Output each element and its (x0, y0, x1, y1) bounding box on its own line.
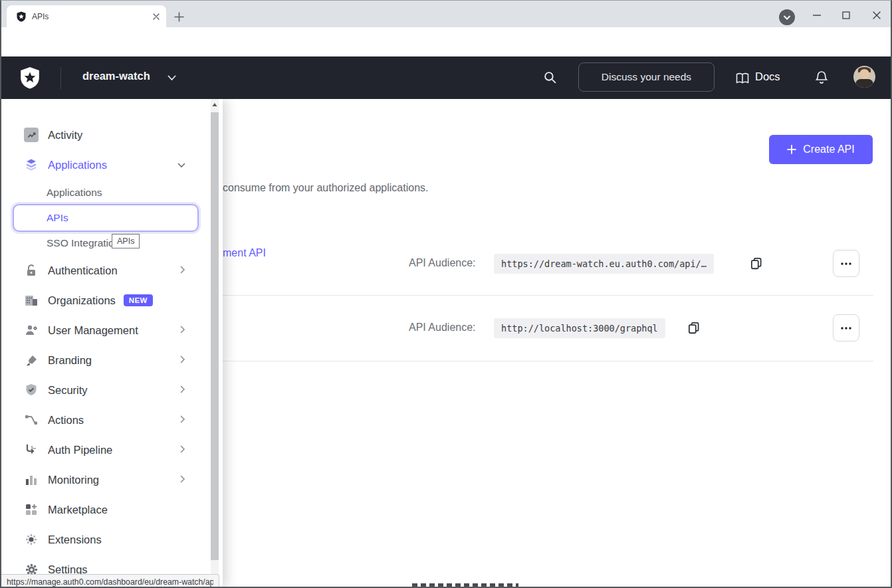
chevron-down-icon (177, 159, 185, 171)
sidebar-item-security[interactable]: Security (1, 375, 211, 405)
status-url: https://manage.auth0.com/dashboard/eu/dr… (7, 577, 213, 587)
auth0-favicon (16, 11, 27, 22)
sidebar-subitem-applications[interactable]: Applications (1, 181, 211, 205)
media-controls-icon[interactable] (779, 9, 795, 25)
api-name-link[interactable]: ment API (223, 247, 266, 259)
window-maximize-icon[interactable] (841, 10, 851, 21)
chevron-right-icon (180, 384, 185, 396)
shield-check-icon (24, 383, 39, 397)
copy-icon[interactable] (749, 256, 764, 270)
browser-window: APIs manage.auth0.com/dashboard/eu/dream… (0, 0, 892, 588)
sidebar-item-label: Activity (48, 129, 82, 142)
browser-tab[interactable]: APIs (7, 5, 166, 27)
sidebar-item-monitoring[interactable]: Monitoring (1, 465, 211, 494)
api-audience-label: API Audience: (409, 322, 476, 334)
window-close-icon[interactable] (871, 10, 882, 21)
browser-titlebar: APIs (1, 1, 891, 27)
sidebar-item-label: Extensions (48, 534, 102, 546)
sidebar-item-activity[interactable]: Activity (1, 120, 211, 149)
topnav-divider (60, 67, 61, 89)
sidebar-item-label: Marketplace (48, 504, 108, 516)
new-tab-icon[interactable] (174, 12, 184, 22)
search-icon[interactable] (543, 70, 557, 84)
layers-icon (24, 157, 39, 172)
tab-title: APIs (32, 12, 153, 21)
sidebar-item-label: Actions (48, 414, 84, 427)
window-minimize-icon[interactable] (812, 10, 822, 21)
sidebar-item-user-management[interactable]: User Management (1, 316, 211, 345)
user-avatar[interactable] (853, 66, 875, 88)
api-audience-value: https://dream-watch.eu.auth0.com/api/… (494, 254, 714, 274)
tenant-name[interactable]: dream-watch (82, 70, 150, 82)
apis-tooltip: APIs (112, 234, 140, 248)
apis-page-subtitle: consume from your authorized application… (223, 182, 429, 194)
sidebar-item-marketplace[interactable]: Marketplace (1, 495, 211, 524)
api-audience-label: API Audience: (409, 257, 476, 269)
api-audience-value: http://localhost:3000/graphql (494, 318, 665, 338)
sidebar-subitem-apis[interactable]: APIs (13, 204, 199, 232)
chevron-right-icon (180, 444, 185, 456)
create-api-button[interactable]: Create API (769, 135, 873, 164)
more-options-icon (839, 326, 853, 330)
new-badge: NEW (124, 294, 153, 306)
discuss-needs-button[interactable]: Discuss your needs (578, 62, 715, 92)
chevron-right-icon (180, 264, 185, 276)
tenant-chevron-down-icon[interactable] (167, 75, 176, 81)
more-options-icon (839, 262, 853, 266)
sidebar-item-actions[interactable]: Actions (1, 405, 211, 435)
sidebar-item-label: APIs (47, 212, 68, 224)
docs-book-icon[interactable] (735, 72, 750, 84)
sidebar-subitem-sso-integrations[interactable]: SSO Integrations (1, 231, 211, 255)
clipped-text-fragment (412, 583, 518, 587)
plus-icon (787, 145, 796, 154)
sidebar-item-branding[interactable]: Branding (1, 345, 211, 375)
sidebar-scrollbar-thumb[interactable] (211, 112, 219, 560)
activity-icon (24, 128, 39, 142)
link-status-bar: https://manage.auth0.com/dashboard/eu/dr… (1, 574, 219, 588)
sidebar-item-label: Security (48, 384, 88, 397)
sidebar-item-label: Monitoring (48, 474, 99, 486)
user-gear-icon (24, 323, 39, 338)
sidebar-item-auth-pipeline[interactable]: Auth Pipeline (1, 435, 211, 464)
auth0-logo[interactable] (19, 66, 41, 89)
marketplace-grid-icon (24, 502, 39, 517)
sidebar-item-label: Branding (48, 354, 92, 367)
sidebar-item-label: Organizations (48, 294, 116, 307)
flow-icon (24, 413, 39, 427)
extensions-gear-icon (24, 532, 39, 547)
docs-link[interactable]: Docs (755, 70, 780, 83)
bar-chart-icon (24, 472, 39, 487)
chevron-right-icon (180, 354, 185, 366)
sidebar-item-label: Applications (48, 159, 107, 171)
sidebar-item-authentication[interactable]: Authentication (1, 256, 211, 285)
sidebar-item-label: Applications (47, 187, 102, 199)
organization-icon (24, 293, 39, 308)
sidebar-item-label: Auth Pipeline (48, 444, 112, 456)
chevron-right-icon (180, 414, 185, 426)
sidebar-item-extensions[interactable]: Extensions (1, 525, 211, 554)
copy-icon[interactable] (687, 320, 701, 335)
chevron-right-icon (180, 474, 185, 486)
sidebar-item-organizations[interactable]: Organizations NEW (1, 286, 211, 315)
pipeline-icon (24, 442, 39, 457)
notifications-bell-icon[interactable] (815, 70, 828, 85)
tab-close-icon[interactable] (153, 13, 160, 20)
sidebar-item-label: Authentication (48, 264, 118, 277)
browser-toolbar: manage.auth0.com/dashboard/eu/dream-watc… (1, 27, 891, 56)
sidebar-item-applications[interactable]: Applications (1, 150, 211, 179)
sidebar-item-label: User Management (48, 324, 138, 337)
paintbrush-icon (24, 353, 39, 367)
create-api-label: Create API (803, 144, 854, 155)
api-row-menu-button[interactable] (833, 314, 859, 342)
api-row-menu-button[interactable] (833, 250, 859, 277)
scrollbar-up-arrow[interactable] (212, 102, 217, 108)
chevron-right-icon (180, 324, 185, 336)
discuss-needs-label: Discuss your needs (602, 71, 691, 83)
lock-icon (24, 263, 39, 278)
auth0-topnav: dream-watch Discuss your needs Docs (1, 56, 891, 99)
sidebar: Activity Applications Applications APIs … (1, 99, 223, 588)
